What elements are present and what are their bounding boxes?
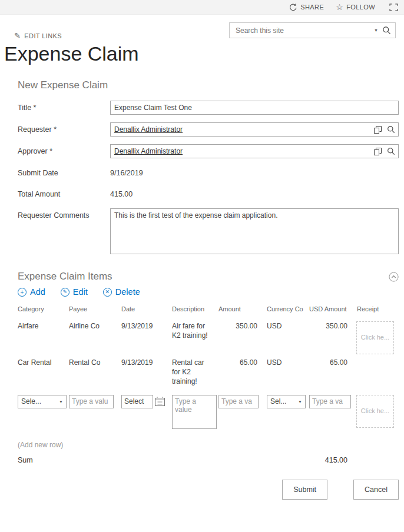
title-field-row: Title * [18, 101, 399, 115]
category-select[interactable]: Sele... ▼ [18, 395, 67, 408]
date-input[interactable] [121, 395, 153, 408]
requester-value[interactable]: Denallix Administrator [114, 125, 374, 134]
suite-bar: SHARE ☆ FOLLOW [0, 0, 404, 15]
people-search-icon[interactable] [387, 147, 395, 155]
sum-row: Sum 415.00 [18, 456, 399, 464]
address-book-icon[interactable] [374, 126, 382, 134]
items-toolbar: + Add ✎ Edit ✕ Delete [18, 287, 399, 297]
share-button[interactable]: SHARE [289, 3, 324, 11]
edit-links-button[interactable]: ✎ EDIT LINKS [14, 31, 62, 40]
col-usd-amount: USD Amount [309, 305, 352, 314]
payee-input[interactable] [69, 395, 114, 408]
items-section-header: Expense Claim Items [18, 271, 399, 282]
new-cell-amount [218, 395, 267, 408]
receipt-upload-button[interactable]: Click he... [356, 321, 394, 354]
cell-usd-amount: 350.00 [309, 321, 352, 331]
add-icon: + [18, 288, 27, 297]
share-icon [289, 3, 297, 11]
category-select-value: Sele... [21, 397, 41, 406]
address-book-icon[interactable] [374, 148, 382, 155]
submit-date-row: Submit Date 9/16/2019 [18, 166, 399, 177]
col-currency: Currency Co [267, 305, 309, 314]
total-amount-value: 415.00 [110, 187, 133, 198]
approver-value[interactable]: Denallix Administrator [114, 147, 374, 155]
submit-date-value: 9/16/2019 [110, 166, 143, 177]
receipt-upload-label: Click he... [361, 333, 389, 342]
form-actions: Submit Cancel [18, 480, 399, 500]
amount-input[interactable] [218, 395, 259, 408]
people-search-icon[interactable] [387, 125, 395, 134]
calendar-icon[interactable] [155, 397, 165, 406]
follow-button[interactable]: ☆ FOLLOW [336, 3, 375, 11]
title-label: Title * [18, 101, 110, 115]
submit-button[interactable]: Submit [282, 480, 327, 500]
col-date: Date [121, 305, 172, 314]
new-cell-category: Sele... ▼ [18, 395, 69, 408]
collapse-section-icon[interactable] [389, 272, 399, 282]
new-cell-date [121, 395, 172, 408]
edit-item-button[interactable]: ✎ Edit [61, 287, 88, 297]
focus-mode-button[interactable] [389, 4, 398, 11]
col-receipt: Receipt [352, 305, 399, 314]
approver-field-row: Approver * Denallix Administrator [18, 144, 399, 158]
delete-item-button[interactable]: ✕ Delete [103, 287, 140, 297]
cell-description: Rental car for K2 training! [172, 358, 218, 387]
new-cell-usd-amount [309, 395, 352, 408]
requester-picker[interactable]: Denallix Administrator [110, 122, 399, 137]
currency-select[interactable]: Sel... ▼ [267, 395, 306, 408]
cell-description: Air fare for K2 training! [172, 321, 218, 340]
cell-payee: Airline Co [69, 321, 121, 331]
col-payee: Payee [69, 305, 121, 314]
chevron-down-icon: ▼ [59, 399, 63, 404]
items-section-title: Expense Claim Items [18, 271, 112, 282]
search-scope-chevron-down-icon[interactable]: ▼ [374, 28, 378, 32]
new-cell-payee [69, 395, 121, 408]
usd-amount-input[interactable] [309, 395, 351, 408]
cancel-button[interactable]: Cancel [353, 480, 399, 500]
table-row[interactable]: Car Rental Rental Co 9/13/2019 Rental ca… [18, 358, 399, 394]
requester-field-row: Requester * Denallix Administrator [18, 122, 399, 137]
total-amount-label: Total Amount [18, 187, 110, 198]
receipt-upload-label: Click he... [361, 407, 389, 415]
approver-picker[interactable]: Denallix Administrator [110, 144, 399, 158]
new-cell-description [172, 395, 218, 431]
sum-value: 415.00 [309, 456, 352, 464]
cell-date: 9/13/2019 [121, 321, 172, 331]
sum-label: Sum [18, 456, 309, 464]
cell-amount: 65.00 [218, 358, 267, 367]
new-cell-currency: Sel... ▼ [267, 395, 309, 408]
search-icon[interactable] [382, 26, 391, 35]
col-amount: Amount [218, 305, 267, 314]
cell-currency: USD [267, 358, 309, 367]
title-input[interactable] [110, 101, 399, 115]
add-new-row-link[interactable]: (Add new row) [18, 441, 399, 449]
follow-label: FOLLOW [346, 4, 375, 11]
form-section-title: New Expense Claim [18, 79, 399, 91]
comments-textarea[interactable]: This is the first test of the expense cl… [110, 208, 399, 254]
chevron-down-icon: ▼ [298, 399, 302, 404]
cell-currency: USD [267, 321, 309, 331]
cell-amount: 350.00 [218, 321, 267, 331]
delete-label: Delete [115, 287, 140, 297]
approver-label: Approver * [18, 144, 110, 158]
description-textarea[interactable] [172, 395, 217, 429]
receipt-upload-button[interactable]: Click he... [356, 395, 394, 428]
cell-category: Car Rental [18, 358, 69, 367]
total-amount-row: Total Amount 415.00 [18, 187, 399, 198]
search-box: ▼ [229, 22, 396, 38]
search-input[interactable] [234, 26, 370, 35]
comments-field-row: Requester Comments This is the first tes… [18, 208, 399, 254]
add-item-button[interactable]: + Add [18, 287, 45, 297]
new-item-row: Sele... ▼ [18, 395, 399, 431]
table-row[interactable]: Airfare Airline Co 9/13/2019 Air fare fo… [18, 321, 399, 357]
page-header: ✎ EDIT LINKS ▼ [0, 15, 404, 40]
cell-category: Airfare [18, 321, 69, 331]
col-description: Description [172, 305, 218, 314]
submit-date-label: Submit Date [18, 166, 110, 177]
approver-picker-icons [374, 147, 395, 155]
currency-select-value: Sel... [270, 397, 286, 406]
follow-star-icon: ☆ [336, 3, 343, 11]
comments-label: Requester Comments [18, 208, 110, 254]
table-header-row: Category Payee Date Description Amount C… [18, 305, 399, 314]
share-label: SHARE [300, 4, 324, 11]
